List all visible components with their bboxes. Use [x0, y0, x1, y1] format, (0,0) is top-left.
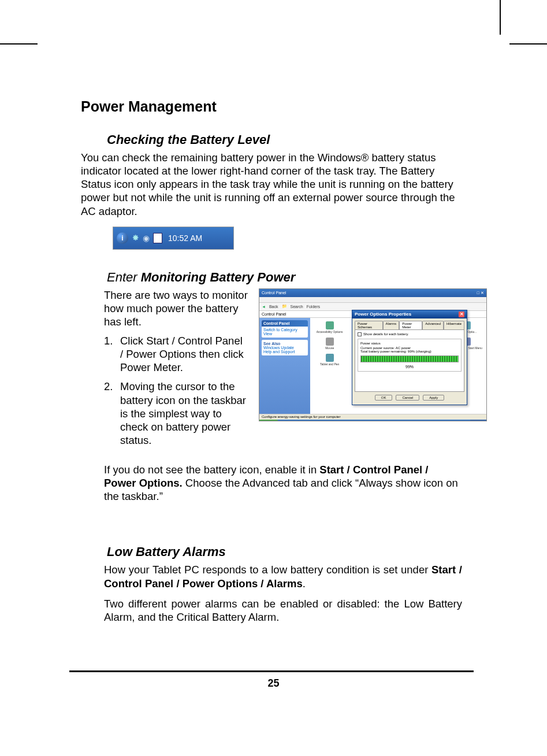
- status-line: Total battery power remaining: 99% (char…: [360, 350, 459, 353]
- footer-rule: [69, 670, 474, 672]
- tab: Advanced: [422, 321, 444, 329]
- tab: Power Schemes: [355, 321, 383, 329]
- heading-prefix: Enter: [107, 270, 141, 284]
- right-column: Control Panel □ ✕ ◄ Back 📁 Search Folder…: [259, 288, 487, 453]
- numbered-steps: Click Start / Control Panel / Power Opti…: [104, 334, 248, 447]
- tray-clock: 10:52 AM: [168, 234, 202, 243]
- system-tray-image: i ⁕ ◉ 10:52 AM: [113, 227, 234, 250]
- tab: Alarms: [383, 321, 400, 329]
- dialog-tabs: Power Schemes Alarms Power Meter Advance…: [352, 318, 467, 329]
- sidebar-link: Windows Update: [263, 346, 306, 350]
- up-icon: 📁: [282, 304, 287, 309]
- cp-icon: Tablet and Pen: [314, 354, 345, 368]
- checkbox-row: Show details for each battery.: [358, 332, 462, 336]
- cancel-button: Cancel: [396, 395, 419, 401]
- percent-label: 99%: [360, 365, 459, 369]
- checkbox: [358, 332, 362, 336]
- window-controls: □ ✕: [477, 291, 484, 295]
- step-item: Click Start / Control Panel / Power Opti…: [104, 334, 248, 374]
- heading-power-management: Power Management: [81, 98, 462, 115]
- text: .: [303, 577, 306, 590]
- crop-mark: [509, 43, 547, 45]
- back-label: Back: [269, 305, 278, 309]
- page-content: Power Management Checking the Battery Le…: [81, 98, 462, 631]
- dialog-title: Power Options Properties: [355, 312, 411, 317]
- left-column: There are two ways to monitor how much p…: [104, 288, 248, 453]
- sidebar-header: Control Panel: [262, 320, 308, 327]
- legend: Power status: [360, 342, 459, 345]
- battery-icon: [153, 233, 162, 243]
- power-bar: [360, 355, 459, 362]
- dialog-buttons: OK Cancel Apply: [352, 392, 467, 403]
- spacer: [81, 510, 462, 544]
- page-number: 25: [0, 677, 547, 690]
- two-column-section: There are two ways to monitor how much p…: [104, 288, 462, 453]
- cp-icon: Accessibility Options: [314, 321, 345, 335]
- sidebar: Control Panel Switch to Category View Se…: [259, 318, 310, 414]
- text: How your Tablet PC responds to a low bat…: [104, 564, 431, 576]
- heading-monitoring-battery: Enter Monitoring Battery Power: [107, 270, 462, 285]
- paragraph: You can check the remaining battery powe…: [81, 151, 462, 218]
- tab-content: Show details for each battery. Power sta…: [355, 329, 464, 392]
- dialog-titlebar: Power Options Properties ✕: [352, 310, 467, 318]
- systray: ◆◆◆◆◆: [470, 420, 486, 421]
- info-icon: i: [117, 232, 128, 244]
- close-icon: ✕: [459, 312, 464, 317]
- heading-bold: Monitoring Battery Power: [141, 270, 296, 284]
- folders-label: Folders: [307, 305, 320, 309]
- crop-mark: [500, 0, 501, 35]
- window-titlebar: Control Panel □ ✕: [259, 289, 486, 297]
- tab: Hibernate: [444, 321, 464, 329]
- sidebar-link: Switch to Category View: [263, 328, 306, 336]
- paragraph: There are two ways to monitor how much p…: [104, 288, 248, 328]
- power-status-fieldset: Power status Current power source: AC po…: [358, 339, 462, 372]
- text: If you do not see the battery icon, enab…: [104, 464, 319, 476]
- step-item: Moving the cursor to the battery icon on…: [104, 380, 248, 447]
- taskbar: start Control Panel ◆◆◆◆◆: [259, 420, 486, 421]
- menubar: [259, 297, 486, 303]
- wifi-icon: ◉: [143, 234, 150, 243]
- search-label: Search: [291, 305, 303, 309]
- crop-mark: [0, 43, 38, 45]
- sidebar-header: See Also: [263, 342, 306, 346]
- cp-icon: Mouse: [314, 338, 345, 351]
- paragraph: Two different power alarms can be enable…: [104, 597, 462, 624]
- bluetooth-icon: ⁕: [132, 232, 139, 243]
- paragraph: How your Tablet PC responds to a low bat…: [104, 563, 462, 590]
- checkbox-label: Show details for each battery.: [363, 332, 409, 336]
- start-button: start: [259, 420, 278, 421]
- address-text: Control Panel: [262, 312, 286, 316]
- apply-button: Apply: [423, 395, 444, 401]
- ok-button: OK: [375, 395, 393, 401]
- heading-checking-battery: Checking the Battery Level: [107, 132, 462, 147]
- back-icon: ◄: [262, 305, 266, 309]
- control-panel-screenshot: Control Panel □ ✕ ◄ Back 📁 Search Folder…: [259, 288, 487, 421]
- sidebar-panel: Control Panel Switch to Category View: [262, 320, 308, 338]
- power-options-dialog: Power Options Properties ✕ Power Schemes…: [352, 310, 467, 405]
- paragraph: If you do not see the battery icon, enab…: [104, 463, 462, 503]
- tab-active: Power Meter: [399, 321, 422, 329]
- window-title: Control Panel: [262, 291, 286, 295]
- sidebar-link: Help and Support: [263, 350, 306, 354]
- heading-low-battery-alarms: Low Battery Alarms: [107, 544, 462, 559]
- statusbar: Configure energy-saving settings for you…: [259, 414, 486, 420]
- sidebar-panel: See Also Windows Update Help and Support: [262, 340, 308, 355]
